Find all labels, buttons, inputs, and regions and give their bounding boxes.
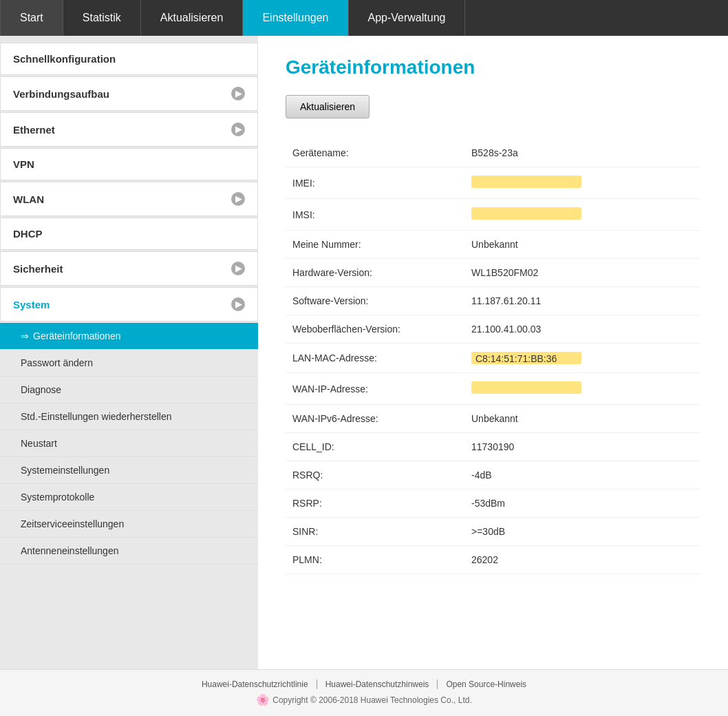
- field-value: 21.100.41.00.03: [464, 315, 700, 344]
- aktualisieren-button[interactable]: Aktualisieren: [286, 95, 370, 118]
- footer-copyright: 🌸 Copyright © 2006-2018 Huawei Technolog…: [10, 693, 718, 706]
- sidebar-item-vpn[interactable]: VPN: [0, 148, 258, 180]
- footer-link-2[interactable]: Open Source-Hinweis: [438, 680, 535, 689]
- sidebar-item-schnellkonfiguration[interactable]: Schnellkonfiguration: [0, 43, 258, 75]
- table-row: IMSI:: [286, 199, 700, 231]
- sidebar-item-label: DHCP: [13, 228, 43, 240]
- chevron-right-icon: ▶: [231, 297, 245, 311]
- table-row: PLMN:26202: [286, 546, 700, 574]
- table-row: SINR:>=30dB: [286, 518, 700, 546]
- field-label: RSRQ:: [286, 461, 464, 489]
- page-title: Geräteinformationen: [286, 56, 700, 78]
- table-row: IMEI:: [286, 167, 700, 199]
- field-label: SINR:: [286, 518, 464, 546]
- field-label: LAN-MAC-Adresse:: [286, 344, 464, 373]
- field-label: PLMN:: [286, 546, 464, 574]
- field-label: Meine Nummer:: [286, 231, 464, 259]
- table-row: RSRQ:-4dB: [286, 461, 700, 489]
- chevron-right-icon: ▶: [231, 262, 245, 275]
- table-row: LAN-MAC-Adresse:C8:14:51:71:BB:36: [286, 344, 700, 373]
- sidebar-subitem-std--einstellungen-wiederherstellen[interactable]: Std.-Einstellungen wiederherstellen: [0, 403, 258, 430]
- field-value: [464, 199, 700, 231]
- table-row: Software-Version:11.187.61.20.11: [286, 287, 700, 315]
- table-row: Weboberflächen-Version:21.100.41.00.03: [286, 315, 700, 344]
- nav-item-aktualisieren[interactable]: Aktualisieren: [141, 0, 244, 36]
- chevron-right-icon: ▶: [231, 192, 245, 206]
- field-label: Hardware-Version:: [286, 259, 464, 287]
- field-value: -53dBm: [464, 489, 700, 518]
- sidebar-subitem-ger-teinformationen[interactable]: Geräteinformationen: [0, 323, 258, 350]
- field-value: [464, 167, 700, 199]
- table-row: RSRP:-53dBm: [286, 489, 700, 518]
- field-label: RSRP:: [286, 489, 464, 518]
- field-value: >=30dB: [464, 518, 700, 546]
- field-label: WAN-IP-Adresse:: [286, 373, 464, 405]
- nav-item-app-verwaltung[interactable]: App-Verwaltung: [349, 0, 466, 36]
- redacted-value: [471, 207, 581, 220]
- chevron-right-icon: ▶: [231, 123, 245, 136]
- footer-links: Huawei-DatenschutzrichtlinieHuawei-Daten…: [10, 680, 718, 689]
- field-label: WAN-IPv6-Adresse:: [286, 405, 464, 433]
- field-label: Software-Version:: [286, 287, 464, 315]
- table-row: CELL_ID:11730190: [286, 433, 700, 461]
- redacted-value: [471, 381, 581, 394]
- chevron-right-icon: ▶: [231, 87, 245, 101]
- footer-link-0[interactable]: Huawei-Datenschutzrichtlinie: [193, 680, 317, 689]
- sidebar-subitem-zeitserviceeinstellungen[interactable]: Zeitserviceeinstellungen: [0, 511, 258, 538]
- huawei-logo-icon: 🌸: [256, 693, 270, 706]
- highlighted-value: C8:14:51:71:BB:36: [471, 352, 581, 364]
- nav-item-einstellungen[interactable]: Einstellungen: [243, 0, 348, 36]
- field-label: Gerätename:: [286, 139, 464, 167]
- field-value: 11730190: [464, 433, 700, 461]
- sidebar-subitem-diagnose[interactable]: Diagnose: [0, 377, 258, 403]
- sidebar-item-sicherheit[interactable]: Sicherheit▶: [0, 251, 258, 286]
- table-row: Meine Nummer:Unbekannt: [286, 231, 700, 259]
- table-row: WAN-IP-Adresse:: [286, 373, 700, 405]
- sidebar: SchnellkonfigurationVerbindungsaufbau▶Et…: [0, 36, 258, 669]
- sidebar-item-label: System: [13, 299, 50, 310]
- nav-item-statistik[interactable]: Statistik: [63, 0, 141, 36]
- sidebar-item-label: Ethernet: [13, 124, 55, 136]
- sidebar-item-label: Verbindungsaufbau: [13, 88, 109, 100]
- sidebar-subitem-systemprotokolle[interactable]: Systemprotokolle: [0, 484, 258, 511]
- field-label: Weboberflächen-Version:: [286, 315, 464, 344]
- sidebar-item-wlan[interactable]: WLAN▶: [0, 182, 258, 216]
- table-row: Gerätename:B528s-23a: [286, 139, 700, 167]
- field-value: C8:14:51:71:BB:36: [464, 344, 700, 373]
- field-value: WL1B520FM02: [464, 259, 700, 287]
- field-value: Unbekannt: [464, 231, 700, 259]
- field-value: [464, 373, 700, 405]
- field-value: 26202: [464, 546, 700, 574]
- field-value: -4dB: [464, 461, 700, 489]
- field-label: IMEI:: [286, 167, 464, 199]
- main-layout: SchnellkonfigurationVerbindungsaufbau▶Et…: [0, 36, 728, 669]
- table-row: Hardware-Version:WL1B520FM02: [286, 259, 700, 287]
- sidebar-item-dhcp[interactable]: DHCP: [0, 218, 258, 250]
- field-label: IMSI:: [286, 199, 464, 231]
- field-label: CELL_ID:: [286, 433, 464, 461]
- page-footer: Huawei-DatenschutzrichtlinieHuawei-Daten…: [0, 669, 728, 716]
- sidebar-item-system[interactable]: System▶: [0, 287, 258, 322]
- content-area: Geräteinformationen Aktualisieren Geräte…: [258, 36, 728, 669]
- field-value: Unbekannt: [464, 405, 700, 433]
- sidebar-item-label: WLAN: [13, 193, 44, 205]
- sidebar-item-verbindungsaufbau[interactable]: Verbindungsaufbau▶: [0, 76, 258, 111]
- footer-link-1[interactable]: Huawei-Datenschutzhinweis: [317, 680, 438, 689]
- sidebar-item-label: Schnellkonfiguration: [13, 53, 116, 65]
- table-row: WAN-IPv6-Adresse:Unbekannt: [286, 405, 700, 433]
- sidebar-subitem-systemeinstellungen[interactable]: Systemeinstellungen: [0, 457, 258, 484]
- top-navigation: StartStatistikAktualisierenEinstellungen…: [0, 0, 728, 36]
- sidebar-subitem-neustart[interactable]: Neustart: [0, 430, 258, 457]
- sidebar-item-label: VPN: [13, 158, 34, 170]
- field-value: B528s-23a: [464, 139, 700, 167]
- copyright-text: Copyright © 2006-2018 Huawei Technologie…: [272, 695, 471, 705]
- sidebar-subitem-passwort--ndern[interactable]: Passwort ändern: [0, 350, 258, 377]
- sidebar-subitem-antenneneinstellungen[interactable]: Antenneneinstellungen: [0, 538, 258, 565]
- field-value: 11.187.61.20.11: [464, 287, 700, 315]
- redacted-value: [471, 176, 581, 188]
- device-info-table: Gerätename:B528s-23aIMEI:IMSI:Meine Numm…: [286, 139, 700, 574]
- sidebar-item-label: Sicherheit: [13, 263, 63, 275]
- sidebar-item-ethernet[interactable]: Ethernet▶: [0, 112, 258, 147]
- nav-item-start[interactable]: Start: [0, 0, 63, 36]
